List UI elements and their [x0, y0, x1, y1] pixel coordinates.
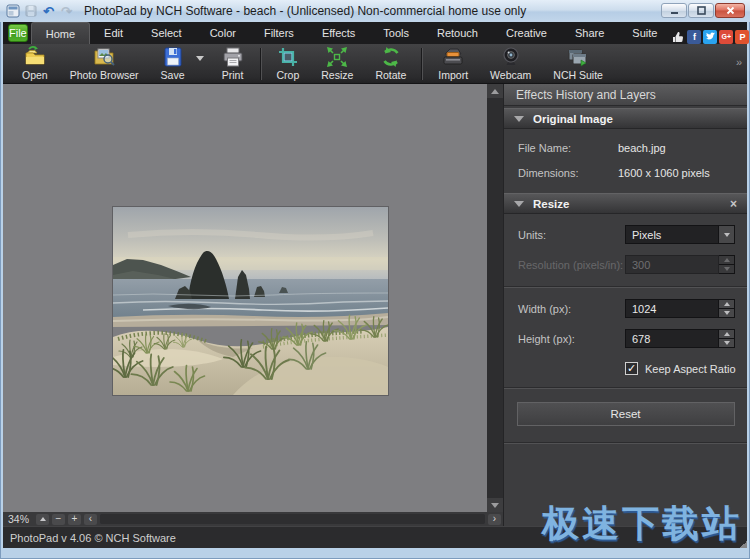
tab-edit[interactable]: Edit — [90, 22, 137, 44]
app-icon — [5, 4, 20, 19]
save-dropdown-icon[interactable] — [196, 56, 204, 61]
redo-icon[interactable]: ↷ — [59, 4, 74, 19]
resolution-row: Resolution (pixels/in): — [504, 255, 747, 274]
googleplus-icon[interactable]: G+ — [719, 30, 733, 44]
nch-suite-icon — [566, 46, 590, 68]
tab-retouch[interactable]: Retouch — [423, 22, 492, 44]
image-canvas[interactable] — [3, 84, 487, 512]
ribbon-tab-bar: File Home Edit Select Color Filters Effe… — [3, 22, 747, 44]
chevron-down-icon — [718, 226, 734, 243]
resize-button[interactable]: Resize — [310, 45, 364, 83]
tab-share[interactable]: Share — [561, 22, 618, 44]
tab-filters[interactable]: Filters — [250, 22, 308, 44]
import-button[interactable]: Import — [427, 45, 479, 83]
height-decrement-button[interactable] — [719, 339, 735, 348]
tab-effects[interactable]: Effects — [308, 22, 369, 44]
webcam-button[interactable]: Webcam — [479, 45, 542, 83]
scroll-up-button[interactable] — [487, 84, 503, 98]
tab-home[interactable]: Home — [31, 22, 90, 44]
pinterest-icon[interactable]: P — [735, 30, 749, 44]
save-icon — [162, 46, 184, 68]
tab-color[interactable]: Color — [196, 22, 250, 44]
scroll-down-button[interactable] — [487, 498, 503, 512]
beach-photo-image — [113, 207, 388, 395]
arrow-up-icon — [491, 89, 499, 94]
units-select[interactable]: Pixels — [625, 225, 735, 244]
width-input[interactable] — [625, 299, 719, 318]
toolbar-overflow-icon[interactable]: » — [736, 56, 742, 68]
open-folder-icon — [23, 46, 47, 68]
print-button[interactable]: Print — [210, 45, 256, 83]
width-decrement-button[interactable] — [719, 309, 735, 318]
collapse-triangle-icon[interactable] — [514, 116, 524, 122]
width-row: Width (px): — [504, 299, 747, 318]
photo-browser-button[interactable]: Photo Browser — [59, 45, 150, 83]
panel-title: Effects History and Layers — [504, 84, 747, 106]
horizontal-scrollbar[interactable] — [100, 514, 485, 524]
zoom-level: 34% — [8, 513, 29, 525]
close-button[interactable] — [715, 3, 745, 18]
version-text: PhotoPad v 4.06 © NCH Software — [3, 532, 176, 544]
width-increment-button[interactable] — [719, 299, 735, 309]
tab-creative[interactable]: Creative — [492, 22, 561, 44]
width-spinner[interactable] — [625, 299, 735, 318]
open-button[interactable]: Open — [11, 45, 59, 83]
divider — [504, 286, 747, 288]
original-image-section-header[interactable]: Original Image — [504, 108, 747, 129]
resize-close-icon[interactable]: × — [730, 197, 737, 211]
effects-panel: Effects History and Layers Original Imag… — [503, 84, 747, 526]
zoom-in-button[interactable]: + — [68, 514, 81, 525]
window-title: PhotoPad by NCH Software - beach - (Unli… — [84, 4, 526, 18]
zoom-menu-button[interactable] — [36, 514, 49, 525]
units-row: Units: Pixels — [504, 225, 747, 244]
collapse-triangle-icon[interactable] — [514, 201, 524, 207]
vertical-scrollbar[interactable] — [487, 84, 503, 512]
scroll-right-button[interactable]: › — [488, 514, 501, 525]
resize-section-header[interactable]: Resize × — [504, 193, 747, 214]
reset-button[interactable]: Reset — [517, 402, 735, 426]
tab-file[interactable]: File — [8, 24, 28, 42]
toolbar-separator — [260, 48, 262, 80]
scroll-left-button[interactable]: ‹ — [84, 514, 97, 525]
save-button[interactable]: Save — [150, 45, 196, 83]
tab-select[interactable]: Select — [137, 22, 196, 44]
like-icon[interactable] — [671, 30, 685, 44]
dimensions-value: 1600 x 1060 pixels — [618, 167, 710, 179]
arrow-down-icon — [491, 503, 499, 508]
watermark-text: 极速下载站 — [542, 499, 742, 549]
resize-grip[interactable] — [740, 541, 747, 548]
resolution-spinner — [625, 255, 735, 274]
tab-suite[interactable]: Suite — [618, 22, 671, 44]
keep-aspect-row[interactable]: ✓ Keep Aspect Ratio — [625, 362, 747, 375]
tab-tools[interactable]: Tools — [369, 22, 423, 44]
zoom-bar: 34% − + ‹ › — [3, 512, 503, 526]
resolution-input — [625, 255, 719, 274]
file-name-value: beach.jpg — [618, 142, 666, 154]
file-name-row: File Name: beach.jpg — [504, 142, 747, 154]
zoom-out-button[interactable]: − — [52, 514, 65, 525]
triangle-up-icon — [40, 517, 46, 521]
webcam-icon — [500, 46, 522, 68]
quick-save-icon[interactable] — [23, 4, 38, 19]
import-scanner-icon — [441, 46, 465, 68]
crop-button[interactable]: Crop — [266, 45, 311, 83]
rotate-icon — [380, 46, 402, 68]
facebook-icon[interactable]: f — [687, 30, 701, 44]
beach-photo[interactable] — [113, 207, 388, 395]
height-input[interactable] — [625, 329, 719, 348]
height-spinner[interactable] — [625, 329, 735, 348]
crop-icon — [277, 46, 299, 68]
rotate-button[interactable]: Rotate — [364, 45, 417, 83]
maximize-button[interactable] — [688, 3, 714, 18]
minimize-button[interactable] — [661, 3, 687, 18]
height-increment-button[interactable] — [719, 329, 735, 339]
twitter-icon[interactable] — [703, 30, 717, 44]
nch-suite-button[interactable]: NCH Suite — [542, 45, 614, 83]
keep-aspect-checkbox[interactable]: ✓ — [625, 362, 638, 375]
photo-browser-icon — [92, 46, 116, 68]
toolbar-separator — [421, 48, 423, 80]
divider — [504, 387, 747, 389]
dimensions-row: Dimensions: 1600 x 1060 pixels — [504, 167, 747, 179]
undo-icon[interactable]: ↶ — [41, 4, 56, 19]
main-toolbar: Open Photo Browser Save — [3, 44, 747, 84]
